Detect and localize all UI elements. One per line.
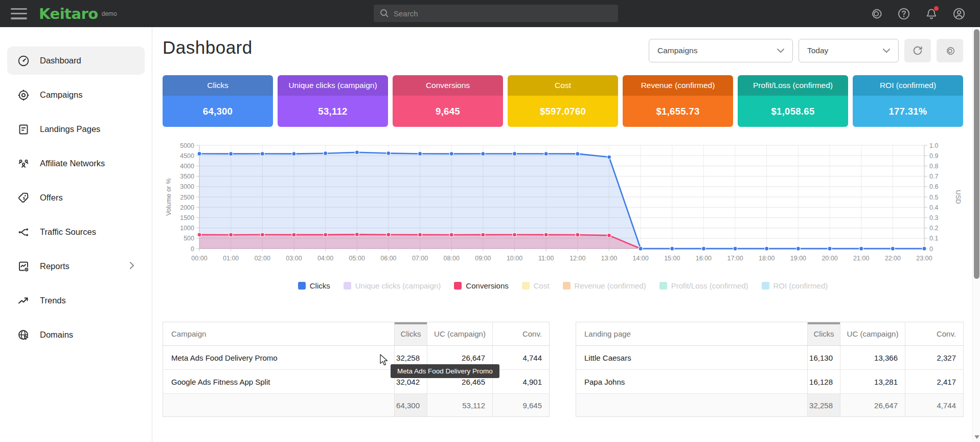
metric-card-label: Profit/Loss (confirmed)	[738, 75, 848, 96]
svg-text:15:00: 15:00	[664, 255, 680, 262]
column-header-landing-page[interactable]: Landing page	[576, 322, 808, 346]
sidebar-item-label: Offers	[40, 193, 63, 203]
row-name-cell[interactable]: Little Caesars	[576, 346, 808, 370]
campaigns-target-icon	[17, 89, 30, 102]
search-input[interactable]	[394, 9, 598, 18]
metric-card-label: Cost	[508, 75, 618, 96]
metric-card-cost[interactable]: Cost$597.0760	[508, 75, 618, 127]
metric-card-label: Revenue (confirmed)	[623, 75, 733, 96]
table-row[interactable]: Little Caesars16,13013,3662,327	[576, 346, 964, 370]
svg-text:4000: 4000	[180, 163, 194, 170]
traffic-chart[interactable]: 0500100015002000250030003500400045005000…	[163, 138, 963, 268]
svg-text:13:00: 13:00	[601, 255, 617, 262]
sidebar-item-affiliate-networks[interactable]: Affiliate Networks	[7, 149, 145, 178]
metric-card-roi-confirmed-[interactable]: ROI (confirmed)177.31%	[853, 75, 963, 127]
metric-card-revenue-confirmed-[interactable]: Revenue (confirmed)$1,655.73	[623, 75, 733, 127]
domains-globe-icon	[17, 328, 30, 342]
grouping-select[interactable]: Campaigns	[649, 39, 793, 62]
column-header-clicks[interactable]: Clicks	[808, 322, 840, 346]
page-scrollbar[interactable]	[972, 27, 980, 442]
account-icon[interactable]	[952, 7, 966, 20]
sidebar-item-offers[interactable]: $Offers	[7, 184, 145, 212]
sidebar-item-label: Campaigns	[40, 90, 82, 100]
column-header-conv-[interactable]: Conv.	[493, 322, 550, 346]
svg-text:21:00: 21:00	[853, 255, 869, 262]
svg-text:USD: USD	[954, 190, 962, 204]
legend-swatch	[454, 282, 462, 290]
svg-text:0.2: 0.2	[929, 225, 938, 232]
svg-text:07:00: 07:00	[412, 255, 428, 262]
metric-card-value: 177.31%	[853, 96, 963, 127]
dashboard-settings-button[interactable]	[937, 39, 963, 62]
help-icon[interactable]	[897, 7, 910, 20]
refresh-icon	[912, 45, 923, 56]
sidebar-item-domains[interactable]: Domains	[7, 321, 145, 349]
global-search[interactable]	[374, 5, 618, 22]
legend-item-roi-confirmed-[interactable]: ROI (confirmed)	[762, 281, 828, 290]
metric-card-clicks[interactable]: Clicks64,300	[163, 75, 273, 127]
svg-text:3000: 3000	[180, 183, 194, 190]
summary-tables-row: CampaignClicksUC (campaign)Conv.Meta Ads…	[163, 322, 963, 417]
svg-text:00:00: 00:00	[191, 255, 207, 262]
landings-document-icon	[17, 123, 30, 136]
metric-card-value: $597.0760	[508, 96, 618, 127]
legend-item-conversions[interactable]: Conversions	[454, 281, 508, 290]
legend-label: ROI (confirmed)	[773, 281, 828, 290]
sidebar-item-trends[interactable]: Trends	[7, 286, 145, 315]
svg-text:0.9: 0.9	[929, 152, 938, 160]
metric-card-profit-loss-confirmed-[interactable]: Profit/Loss (confirmed)$1,058.65	[738, 75, 848, 127]
sidebar-item-label: Domains	[40, 330, 73, 340]
legend-swatch	[522, 282, 530, 290]
totals-cell: 4,744	[905, 394, 964, 417]
row-value-cell: 16,128	[808, 370, 840, 394]
svg-text:0.4: 0.4	[929, 204, 938, 211]
metric-card-value: 9,645	[393, 96, 503, 127]
legend-item-cost[interactable]: Cost	[522, 281, 550, 290]
totals-cell	[576, 394, 808, 417]
legend-swatch	[298, 282, 306, 290]
legend-item-profit-loss-confirmed-[interactable]: Profit/Loss (confirmed)	[659, 281, 748, 290]
svg-text:500: 500	[184, 235, 194, 242]
row-tooltip: Meta Ads Food Delivery Promo	[391, 364, 499, 378]
metric-card-label: ROI (confirmed)	[853, 75, 963, 96]
menu-toggle-icon[interactable]	[11, 8, 27, 19]
scrollbar-down-arrow[interactable]	[974, 435, 979, 439]
column-header-uc-campaign-[interactable]: UC (campaign)	[840, 322, 905, 346]
svg-text:0.5: 0.5	[929, 194, 938, 201]
svg-text:03:00: 03:00	[286, 255, 302, 262]
legend-item-clicks[interactable]: Clicks	[298, 281, 330, 290]
legend-item-revenue-confirmed-[interactable]: Revenue (confirmed)	[563, 281, 646, 290]
metric-card-unique-clicks-campaign-[interactable]: Unique clicks (campaign)53,112	[278, 75, 388, 127]
legend-swatch	[344, 282, 351, 290]
scrollbar-thumb[interactable]	[974, 29, 979, 279]
legend-label: Conversions	[466, 281, 508, 290]
column-header-clicks[interactable]: Clicks	[395, 322, 427, 346]
column-header-uc-campaign-[interactable]: UC (campaign)	[427, 322, 493, 346]
sidebar-item-landings-pages[interactable]: Landings Pages	[7, 115, 145, 143]
sidebar: DashboardCampaignsLandings PagesAffiliat…	[0, 27, 152, 442]
row-name-cell[interactable]: Google Ads Fitness App Split	[163, 370, 395, 394]
sidebar-item-traffic-sources[interactable]: Traffic Sources	[7, 218, 145, 246]
svg-text:08:00: 08:00	[444, 255, 460, 262]
svg-text:10:00: 10:00	[507, 255, 522, 262]
legend-item-unique-clicks-campaign-[interactable]: Unique clicks (campaign)	[344, 281, 441, 290]
settings-icon[interactable]	[870, 7, 883, 20]
date-range-select[interactable]: Today	[799, 39, 899, 62]
table-row[interactable]: Papa Johns16,12813,2812,417	[576, 370, 964, 394]
svg-text:04:00: 04:00	[317, 255, 333, 262]
sidebar-item-label: Affiliate Networks	[40, 159, 105, 168]
column-header-campaign[interactable]: Campaign	[163, 322, 395, 346]
sidebar-item-dashboard[interactable]: Dashboard	[7, 47, 145, 75]
svg-text:01:00: 01:00	[223, 255, 239, 262]
trends-arrow-icon	[17, 294, 30, 307]
main-content: Dashboard Campaigns Today Clicks64,300Un…	[153, 27, 980, 442]
metric-card-conversions[interactable]: Conversions9,645	[393, 75, 503, 127]
column-header-conv-[interactable]: Conv.	[905, 322, 964, 346]
notifications-bell-icon[interactable]	[925, 7, 938, 20]
row-name-cell[interactable]: Papa Johns	[576, 370, 808, 394]
metric-card-label: Conversions	[393, 75, 503, 96]
row-name-cell[interactable]: Meta Ads Food Delivery Promo	[163, 346, 395, 370]
refresh-button[interactable]	[904, 39, 931, 62]
sidebar-item-reports[interactable]: Reports	[7, 252, 145, 280]
sidebar-item-campaigns[interactable]: Campaigns	[7, 81, 145, 109]
